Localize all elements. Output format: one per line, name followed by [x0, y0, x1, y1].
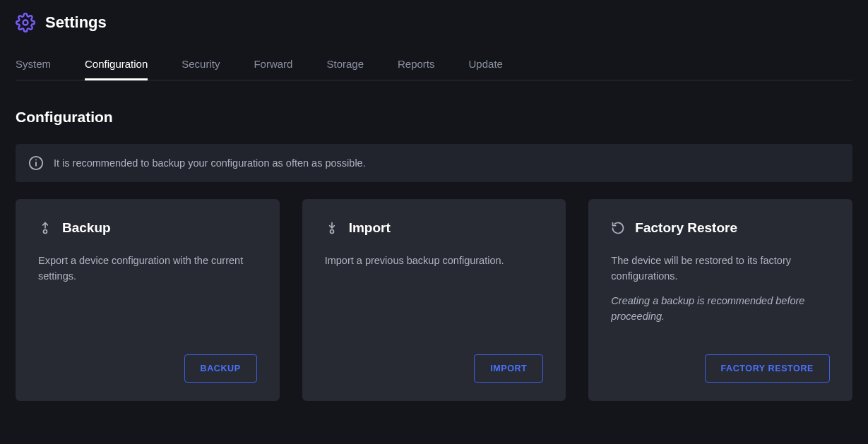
page-header: Settings [16, 13, 852, 32]
svg-point-5 [330, 230, 333, 234]
card-restore-desc: The device will be restored to its facto… [611, 253, 830, 284]
svg-point-4 [44, 230, 47, 234]
info-banner: It is recommended to backup your configu… [16, 144, 852, 182]
tab-security[interactable]: Security [182, 54, 220, 80]
info-banner-text: It is recommended to backup your configu… [54, 157, 366, 169]
import-icon [325, 221, 339, 235]
card-import-desc: Import a previous backup configuration. [325, 253, 544, 268]
card-backup-desc: Export a device configuration with the c… [38, 253, 257, 284]
tab-system[interactable]: System [16, 54, 51, 80]
tab-forward[interactable]: Forward [254, 54, 292, 80]
tab-storage[interactable]: Storage [326, 54, 364, 80]
svg-point-0 [23, 20, 28, 25]
page-title: Settings [45, 13, 107, 32]
card-grid: Backup Export a device configuration wit… [16, 199, 852, 401]
card-backup-title: Backup [62, 220, 111, 236]
import-button[interactable]: IMPORT [474, 354, 543, 383]
gear-icon [16, 13, 35, 32]
backup-button[interactable]: BACKUP [184, 354, 257, 383]
tab-configuration[interactable]: Configuration [85, 54, 148, 80]
tab-update[interactable]: Update [469, 54, 503, 80]
info-icon [28, 155, 44, 171]
restore-icon [611, 221, 625, 235]
svg-point-3 [35, 160, 37, 161]
card-restore-note: Creating a backup is recommended before … [611, 293, 830, 325]
factory-restore-button[interactable]: FACTORY RESTORE [705, 354, 830, 383]
card-restore-title: Factory Restore [635, 220, 737, 236]
tab-reports[interactable]: Reports [398, 54, 435, 80]
card-factory-restore: Factory Restore The device will be resto… [588, 199, 852, 401]
export-icon [38, 221, 52, 235]
tabs-nav: System Configuration Security Forward St… [16, 54, 852, 80]
card-import: Import Import a previous backup configur… [302, 199, 566, 401]
card-backup: Backup Export a device configuration wit… [16, 199, 280, 401]
card-import-title: Import [349, 220, 391, 236]
section-title: Configuration [16, 109, 852, 126]
